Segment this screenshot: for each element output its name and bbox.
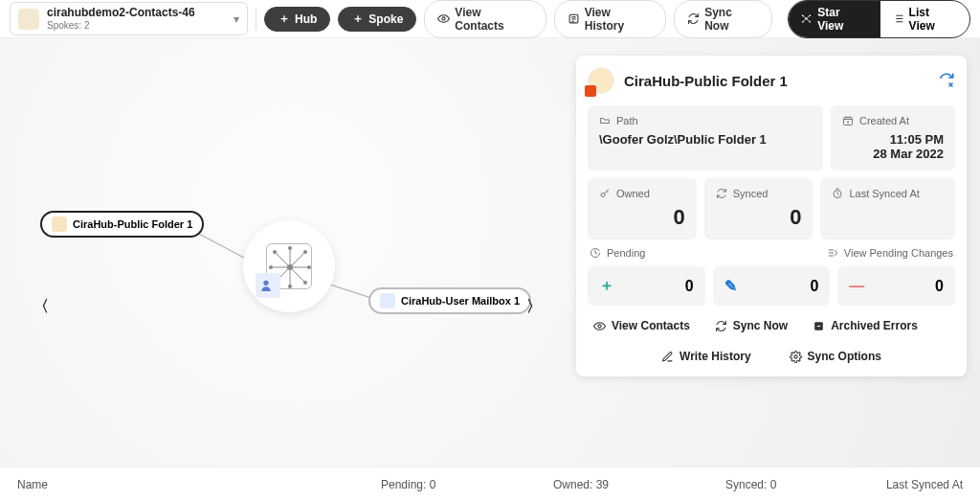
svg-point-19	[303, 281, 307, 285]
panel-view-contacts-button[interactable]: View Contacts	[593, 319, 690, 332]
owned-label: Owned	[616, 188, 650, 199]
col-last-synced[interactable]: Last Synced At	[859, 478, 963, 491]
calendar-icon	[842, 115, 854, 126]
star-view-toggle[interactable]: Star View	[789, 1, 880, 37]
spoke-node-public-folder[interactable]: CiraHub-Public Folder 1	[40, 211, 204, 238]
panel-view-contacts-label: View Contacts	[612, 319, 690, 332]
svg-line-11	[290, 267, 305, 283]
list-icon	[568, 12, 580, 25]
archived-errors-label: Archived Errors	[831, 319, 918, 332]
view-pending-button[interactable]: View Pending Changes	[827, 247, 953, 259]
add-spoke-label: Spoke	[368, 12, 403, 26]
created-date: 28 Mar 2022	[842, 147, 944, 161]
pending-delete-value: 0	[935, 278, 944, 295]
eye-icon	[437, 12, 450, 25]
list-icon	[892, 12, 904, 25]
eye-icon	[593, 320, 606, 332]
view-toggle: Star View List View	[788, 0, 970, 38]
folder-icon	[52, 216, 67, 232]
svg-point-24	[263, 281, 268, 285]
svg-line-8	[275, 252, 290, 267]
col-name[interactable]: Name	[17, 478, 381, 491]
pencil-icon: ✎	[724, 277, 737, 295]
sync-icon	[715, 320, 727, 332]
add-spoke-button[interactable]: ＋ Spoke	[338, 7, 416, 32]
folder-icon	[588, 67, 614, 94]
nav-prev-button[interactable]: 〈	[33, 297, 49, 317]
table-header-row: Name Pending: 0 Owned: 39 Synced: 0 Last…	[0, 467, 980, 501]
list-view-toggle[interactable]: List View	[880, 1, 969, 37]
chevron-right-icon: 〉	[526, 298, 542, 314]
top-bar: cirahubdemo2-Contacts-46 Spokes: 2 ▾ ＋ H…	[0, 0, 980, 38]
synced-label: Synced	[733, 188, 768, 199]
svg-point-26	[601, 194, 605, 197]
created-label: Created At	[859, 115, 909, 126]
pending-label: Pending	[607, 247, 645, 259]
star-view-label: Star View	[817, 6, 868, 33]
panel-sync-now-label: Sync Now	[733, 319, 788, 332]
pending-icon	[590, 247, 601, 259]
view-contacts-label: View Contacts	[455, 6, 532, 33]
sync-icon	[687, 12, 700, 25]
col-owned[interactable]: Owned: 39	[553, 478, 725, 491]
hub-selector-title: cirahubdemo2-Contacts-46	[47, 7, 234, 19]
plus-icon: ＋	[599, 276, 614, 296]
path-card: Path \Goofer Golz\Public Folder 1	[588, 105, 823, 171]
panel-title: CiraHub-Public Folder 1	[624, 73, 928, 89]
clock-icon	[832, 188, 843, 199]
col-synced[interactable]: Synced: 0	[725, 478, 859, 491]
sync-now-button[interactable]: Sync Now	[674, 0, 772, 38]
chevron-left-icon: 〈	[33, 298, 49, 314]
owned-value: 0	[599, 205, 685, 230]
pending-edit-card: ✎ 0	[713, 266, 831, 306]
hub-selector-sub: Spokes: 2	[47, 20, 234, 31]
nav-next-button[interactable]: 〉	[526, 297, 542, 317]
key-icon	[599, 188, 611, 199]
arrow-right-icon	[827, 247, 838, 259]
sync-icon	[716, 188, 727, 199]
svg-point-20	[288, 246, 292, 250]
pending-add-value: 0	[685, 278, 694, 295]
svg-point-28	[598, 324, 601, 327]
write-history-button[interactable]: Write History	[661, 350, 750, 363]
view-contacts-button[interactable]: View Contacts	[424, 0, 546, 38]
view-history-button[interactable]: View History	[554, 0, 666, 38]
edit-icon	[661, 351, 674, 363]
path-icon	[599, 115, 611, 126]
svg-point-21	[288, 285, 292, 288]
svg-point-23	[307, 265, 311, 269]
archive-icon	[813, 320, 825, 332]
star-graph-icon	[800, 12, 813, 25]
created-time: 11:05 PM	[842, 132, 944, 147]
spoke-node-user-mailbox[interactable]: CiraHub-User Mailbox 1	[368, 287, 531, 314]
hub-node[interactable]	[243, 220, 335, 312]
refresh-spoke-button[interactable]	[938, 72, 955, 89]
pending-edit-value: 0	[810, 278, 818, 295]
add-hub-label: Hub	[295, 12, 317, 26]
sync-options-button[interactable]: Sync Options	[790, 350, 881, 363]
col-pending[interactable]: Pending: 0	[381, 478, 553, 491]
path-label: Path	[616, 115, 638, 126]
panel-sync-now-button[interactable]: Sync Now	[715, 319, 788, 332]
plus-icon: ＋	[351, 12, 364, 25]
pending-delete-card: — 0	[837, 266, 955, 306]
archived-errors-button[interactable]: Archived Errors	[813, 319, 918, 332]
chevron-down-icon: ▾	[234, 12, 239, 26]
last-synced-card: Last Synced At	[820, 178, 955, 239]
hub-selector-icon	[18, 9, 39, 30]
view-pending-label: View Pending Changes	[844, 247, 953, 259]
hub-graph-icon	[266, 243, 312, 289]
synced-card: Synced 0	[704, 178, 813, 239]
svg-line-9	[290, 252, 305, 267]
svg-point-17	[303, 250, 307, 254]
owned-card: Owned 0	[588, 178, 697, 239]
add-hub-button[interactable]: ＋ Hub	[264, 7, 330, 32]
mailbox-icon	[380, 293, 395, 308]
contact-icon	[256, 273, 280, 298]
view-history-label: View History	[585, 6, 653, 33]
hub-selector-text: cirahubdemo2-Contacts-46 Spokes: 2	[47, 7, 234, 30]
hub-selector[interactable]: cirahubdemo2-Contacts-46 Spokes: 2 ▾	[10, 2, 248, 34]
svg-point-22	[269, 265, 273, 269]
write-history-label: Write History	[679, 350, 750, 363]
created-card: Created At 11:05 PM 28 Mar 2022	[831, 105, 955, 171]
